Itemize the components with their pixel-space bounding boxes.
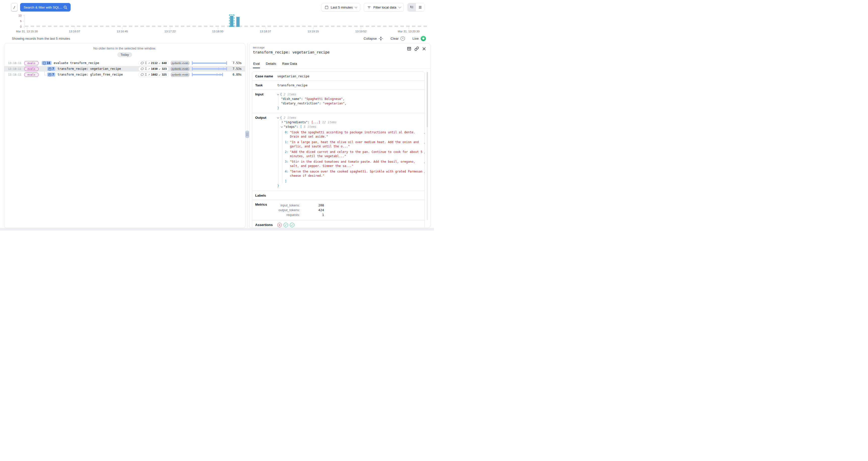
tab-raw-data[interactable]: Raw Data [282,60,298,68]
copy-link-button[interactable] [414,47,419,51]
steps-node[interactable]: "steps": [ 5 items [281,125,425,129]
array-index: 3: [285,160,288,164]
detail-title: transform_recipe: vegetarian_recipe [253,50,427,54]
sigma-icon: Σ [145,73,147,76]
time-range-dropdown[interactable]: Last 5 minutes [321,3,361,11]
assertion-pass-icon[interactable]: ✓ [284,223,288,227]
tab-eval[interactable]: Eval [253,60,260,68]
y-axis-tick [23,16,24,16]
empty-window-notice: No older items in the selected time wind… [4,47,245,50]
metric-item: requests: 1 [277,213,324,217]
metric-value: 424 [300,208,324,212]
x-axis-tick-label: 13:18:37 [260,30,271,33]
filter-dropdown[interactable]: Filter local data [364,3,404,11]
evals-tag[interactable]: evals [24,72,39,77]
pydantic-evals-chip[interactable]: pydantic-evals [171,72,189,77]
dock-panel-button[interactable] [407,47,411,51]
toolbar-right-group: Last 5 minutes Filter local data [321,3,425,11]
collapse-node-icon[interactable] [277,117,279,119]
panel-resize-handle[interactable] [245,130,249,138]
json-key: "dietary_restriction": [281,101,321,106]
token-usage-badge[interactable]: Σ ↗ 1030 ↙ 323 [138,66,169,71]
tab-details[interactable]: Details [266,60,276,68]
span-count-badge[interactable]: + 7 [47,67,55,71]
output-tokens-arrow-icon: ↙ [159,67,161,70]
collapsed-array-icon[interactable]: [...] [311,120,320,125]
clear-label: Clear [391,37,399,40]
x-axis-tick [218,26,218,29]
array-index: 0: [285,130,288,134]
json-entry: "dish_name": "Spaghetti Bolognese", [281,97,422,101]
assertions-label: Assertions [255,223,277,227]
assertion-fail-icon[interactable]: × [277,223,282,227]
time-selection-region[interactable] [229,14,234,27]
x-axis-tick-label: 13:16:07 [69,30,81,33]
input-json-viewer[interactable]: { 2 items "dish_name": "Spaghetti Bologn… [277,92,422,111]
trace-row[interactable]: 13:18:11 evals + 7 transform_recipe: glu… [4,72,245,77]
json-string-value: "Spaghetti Bolognese" [305,97,343,101]
scrollbar-thumb[interactable] [427,72,428,127]
search-placeholder: Search & filter with SQL... [24,5,63,9]
collapse-vertical-icon [379,36,383,41]
assertion-pass-icon[interactable]: ✓ [290,223,294,227]
page-bottom-margin [0,228,434,230]
y-axis-tick-label: 0 [14,25,22,28]
collapse-node-icon[interactable] [277,93,279,95]
array-index: 2: [285,150,288,154]
live-label: Live [412,37,419,40]
span-count-badge[interactable]: − 16 [42,61,52,65]
tree-view-button[interactable] [408,3,416,11]
evals-tag[interactable]: evals [24,67,39,71]
output-json-viewer[interactable]: { 2 items "ingredients": [...] 12 items [277,116,425,188]
coin-icon [141,73,144,76]
collapse-button[interactable]: Collapse [364,36,383,41]
collapse-node-icon[interactable] [281,126,283,128]
output-tokens-count: 323 [162,67,167,70]
collapse-children-icon: − [43,62,46,64]
item-count-hint: 2 items [284,116,297,120]
activity-timeline-chart[interactable]: 10 5 0 Mar 31. 13:15:30 13:16:07 13:16:4… [0,14,434,35]
item-count-hint: 12 items [322,120,337,125]
step-text: "Stir in the diced tomatoes and tomato p… [290,160,424,168]
search-button[interactable]: Search & filter with SQL... [20,3,70,11]
steps-list: 0: "Cook the spaghetti according to pack… [282,130,425,184]
trace-row[interactable]: 13:18:11 evals − 16 evaluate transform_r… [4,60,245,66]
pydantic-evals-chip[interactable]: pydantic-evals [171,61,189,65]
span-count-badge[interactable]: + 7 [47,72,55,76]
list-view-button[interactable] [416,3,424,11]
top-toolbar: / Search & filter with SQL... Last 5 min… [0,0,434,14]
search-icon [63,5,68,9]
labels-label: Labels [255,193,277,197]
close-panel-button[interactable] [422,47,426,51]
clear-button[interactable]: Clear × [391,36,405,41]
live-toggle-button[interactable]: Live [412,36,426,41]
input-label: Input [255,92,277,111]
assertions-row: Assertions × ✓ ✓ [252,220,425,228]
close-icon [422,47,426,51]
histogram-bar[interactable] [236,17,240,27]
trace-timestamp: 13:18:11 [8,73,21,76]
record-kind-label: message [253,46,427,49]
metric-name: output_tokens: [277,208,300,212]
date-chip[interactable]: Today [117,52,132,57]
slash-shortcut-key[interactable]: / [11,3,18,11]
view-mode-toggle [407,3,425,11]
array-index: 1: [285,140,288,144]
trace-row-selected[interactable]: 13:18:11 evals + 7 transform_recipe: veg… [4,66,245,71]
child-span-count: 7 [52,73,54,76]
child-span-count: 7 [52,67,54,70]
pydantic-evals-chip[interactable]: pydantic-evals [171,67,189,71]
token-usage-badge[interactable]: Σ ↗ 1082 ↙ 325 [138,72,169,77]
time-range-label: Last 5 minutes [331,5,353,9]
zero-baseline-dashes [25,26,429,27]
expand-node-icon[interactable] [281,121,283,123]
token-usage-badge[interactable]: Σ ↗ 2112 ↙ 648 [138,61,169,65]
case-name-label: Case name [255,74,277,78]
detail-scroll-area[interactable]: Case name vegetarian_recipe Task transfo… [249,68,430,228]
evals-tag[interactable]: evals [24,61,39,65]
json-entry: "dietary_restriction": "vegetarian", [281,101,422,106]
ingredients-node[interactable]: "ingredients": [...] 12 items [281,120,425,125]
x-axis-tick [361,26,361,29]
case-name-row: Case name vegetarian_recipe [252,72,425,80]
expand-children-icon: + [49,73,51,76]
